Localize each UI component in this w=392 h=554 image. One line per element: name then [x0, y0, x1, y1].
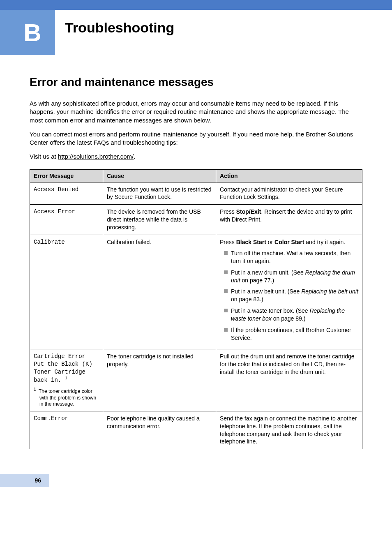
t: and try it again.	[304, 239, 345, 245]
bullet-icon	[224, 270, 228, 274]
cell-action: Send the fax again or connect the machin…	[216, 411, 362, 449]
cell-cause: The function you want to use is restrict…	[103, 182, 216, 205]
t: Put in a waste toner box. (See	[231, 307, 309, 314]
visit-prefix: Visit us at	[30, 153, 58, 160]
list-item: Put in a new belt unit. (See Replacing t…	[220, 288, 358, 303]
list-text: Put in a new belt unit. (See Replacing t…	[231, 288, 358, 303]
header-error-message: Error Message	[30, 169, 103, 182]
cell-error-message: Access Error	[30, 205, 103, 235]
list-item: If the problem continues, call Brother C…	[220, 326, 358, 342]
cell-cause: Calibration failed.	[103, 235, 216, 349]
action-first-line: Press Black Start or Color Start and try…	[220, 238, 358, 246]
appendix-letter: B	[23, 18, 41, 47]
list-item: Put in a new drum unit. (See Replacing t…	[220, 269, 358, 284]
t: Press	[220, 239, 236, 245]
cell-action: Contact your administrator to check your…	[216, 182, 362, 205]
list-text: Put in a waste toner box. (See Replacing…	[231, 307, 358, 323]
bullet-icon	[224, 328, 228, 332]
table-row: Cartridge Error Put the Black (K) Toner …	[30, 349, 362, 411]
t: Put in a new belt unit. (See	[231, 288, 301, 295]
cell-error-message: Comm.Error	[30, 411, 103, 449]
table-row: Access Error The device is removed from …	[30, 205, 362, 235]
list-text: Put in a new drum unit. (See Replacing t…	[231, 269, 358, 284]
intro-paragraph-2: You can correct most errors and perform …	[30, 130, 362, 147]
action-prefix: Press	[220, 208, 236, 215]
action-list: Turn off the machine. Wait a few seconds…	[220, 249, 358, 342]
page-number: 96	[0, 474, 49, 487]
title-block: B Troubleshooting	[0, 10, 392, 55]
page-footer: 96	[0, 457, 392, 499]
header-cause: Cause	[103, 169, 216, 182]
cell-error-message: Access Denied	[30, 182, 103, 205]
t: Put in a new drum unit. (See	[231, 269, 305, 276]
cell-cause: Poor telephone line quality caused a com…	[103, 411, 216, 449]
list-text: Turn off the machine. Wait a few seconds…	[231, 249, 358, 265]
bullet-icon	[224, 251, 228, 255]
cell-cause: The device is removed from the USB direc…	[103, 205, 216, 235]
t: on page 89.)	[272, 315, 306, 322]
cell-error-message: Cartridge Error Put the Black (K) Toner …	[30, 349, 103, 411]
main-content: Error and maintenance messages As with a…	[0, 55, 392, 457]
error-table: Error Message Cause Action Access Denied…	[30, 169, 362, 450]
cell-action: Press Stop/Exit. Reinsert the device and…	[216, 205, 362, 235]
bullet-icon	[224, 289, 228, 293]
t: Replacing the belt unit	[301, 288, 358, 295]
list-text: If the problem continues, call Brother C…	[231, 326, 358, 342]
table-row: Access Denied The function you want to u…	[30, 182, 362, 205]
footnote-text: The toner cartridge color with the probl…	[39, 388, 96, 407]
list-item: Put in a waste toner box. (See Replacing…	[220, 307, 358, 323]
footnote: 1 The toner cartridge color with the pro…	[34, 387, 99, 408]
section-heading: Error and maintenance messages	[30, 76, 362, 89]
t: on page 83.)	[231, 296, 263, 302]
t: Black Start	[236, 239, 266, 245]
msg-line-1: Cartridge Error	[34, 353, 99, 360]
cell-action: Pull out the drum unit and remove the to…	[216, 349, 362, 411]
cell-error-message: Calibrate	[30, 235, 103, 349]
t: Color Start	[274, 239, 304, 245]
top-color-bar	[0, 0, 392, 10]
t: Put the Black (K) Toner Cartridge back i…	[34, 361, 92, 383]
visit-line: Visit us at http://solutions.brother.com…	[30, 152, 362, 161]
side-stub	[0, 10, 10, 55]
action-bold: Stop/Exit	[236, 208, 261, 215]
t: on page 77.)	[240, 277, 274, 284]
t: or	[266, 239, 274, 245]
appendix-badge: B	[10, 10, 55, 55]
intro-paragraph-1: As with any sophisticated office product…	[30, 99, 362, 125]
header-action: Action	[216, 169, 362, 182]
list-item: Turn off the machine. Wait a few seconds…	[220, 249, 358, 265]
visit-suffix: .	[134, 153, 135, 160]
cell-action: Press Black Start or Color Start and try…	[216, 235, 362, 349]
page-title: Troubleshooting	[55, 10, 174, 55]
footnote-marker: 1	[34, 387, 36, 392]
msg-line-2: Put the Black (K) Toner Cartridge back i…	[34, 360, 99, 384]
cell-cause: The toner cartridge is not installed pro…	[103, 349, 216, 411]
bullet-icon	[224, 309, 228, 312]
table-header-row: Error Message Cause Action	[30, 169, 362, 182]
table-row: Comm.Error Poor telephone line quality c…	[30, 411, 362, 449]
footnote-marker: 1	[65, 376, 67, 381]
visit-link[interactable]: http://solutions.brother.com/	[58, 153, 134, 160]
table-row: Calibrate Calibration failed. Press Blac…	[30, 235, 362, 349]
